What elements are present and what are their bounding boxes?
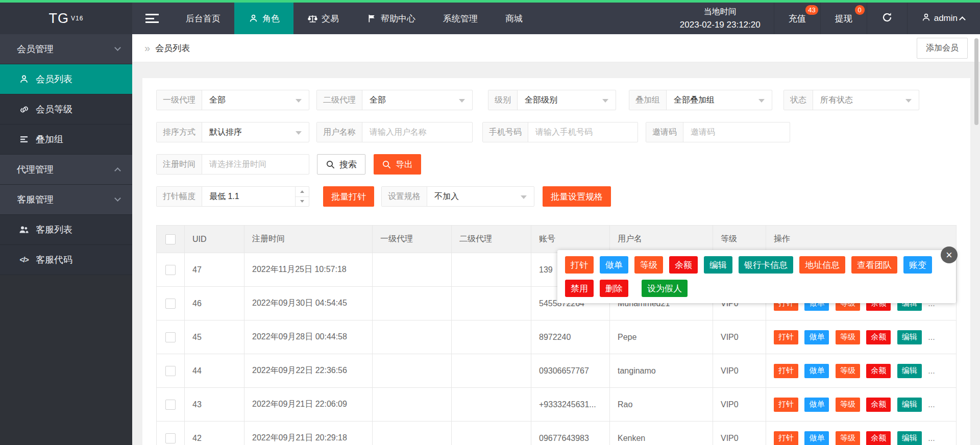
recharge-badge: 43	[805, 5, 818, 15]
agent2-value[interactable]: 全部	[362, 90, 472, 110]
refresh-button[interactable]	[867, 3, 907, 34]
row-checkbox[interactable]	[165, 332, 176, 342]
popup-action-button[interactable]: 银行卡信息	[739, 256, 793, 274]
sidebar-item-stack-group[interactable]: 叠加组	[0, 125, 132, 155]
withdraw-button[interactable]: 提现 0	[820, 3, 867, 34]
row-checkbox[interactable]	[165, 433, 176, 443]
popup-action-button[interactable]: 打针	[565, 256, 594, 274]
level-action-button[interactable]: 等级	[836, 364, 860, 378]
admin-user-icon	[922, 13, 930, 24]
phone-input[interactable]: 请输入手机号码	[528, 122, 638, 142]
sidebar-item-service-management[interactable]: 客服管理	[0, 185, 132, 215]
balance-action-button[interactable]: 余额	[866, 330, 891, 344]
nav-home[interactable]: 后台首页	[172, 3, 234, 34]
edit-action-button[interactable]: 编辑	[897, 398, 922, 412]
withdraw-badge: 0	[855, 5, 865, 15]
stepper-up-button[interactable]	[296, 187, 309, 197]
row-checkbox[interactable]	[165, 400, 176, 410]
sidebar-item-member-level[interactable]: 会员等级	[0, 94, 132, 125]
order-action-button[interactable]: 做单	[804, 330, 829, 344]
popup-action-button[interactable]: 查看团队	[851, 256, 897, 274]
balance-action-button[interactable]: 余额	[866, 364, 891, 378]
popup-action-button[interactable]: 做单	[600, 256, 628, 274]
export-button[interactable]: 导出	[374, 154, 421, 175]
popup-action-button[interactable]: 禁用	[565, 280, 594, 297]
users-icon	[19, 225, 29, 234]
inject-action-button[interactable]: 打针	[774, 364, 798, 378]
recharge-button[interactable]: 充值 43	[774, 3, 820, 34]
row-checkbox[interactable]	[165, 265, 176, 275]
nav-mall[interactable]: 商城	[492, 3, 536, 34]
sidebar-item-member-management[interactable]: 会员管理	[0, 34, 132, 64]
nav-trade[interactable]: 交易	[293, 3, 353, 34]
order-action-button[interactable]: 做单	[804, 431, 829, 445]
sidebar-item-label: 客服代码	[36, 254, 72, 266]
spec-value[interactable]: 不加入	[427, 187, 534, 206]
edit-action-button[interactable]: 编辑	[897, 330, 922, 344]
balance-action-button[interactable]: 余额	[866, 398, 891, 412]
level-select: 级别 全部级别	[488, 90, 616, 110]
level-action-button[interactable]: 等级	[836, 431, 860, 445]
nav-help[interactable]: 帮助中心	[353, 3, 429, 34]
chevron-down-icon	[905, 99, 912, 106]
order-action-button[interactable]: 做单	[804, 364, 829, 378]
sidebar-item-service-code[interactable]: </> 客服代码	[0, 245, 132, 275]
user-menu[interactable]: admin	[907, 3, 980, 34]
sidebar-item-service-list[interactable]: 客服列表	[0, 215, 132, 245]
cell-level: VIP0	[713, 320, 766, 354]
status-value[interactable]: 所有状态	[813, 90, 919, 110]
search-button[interactable]: 搜索	[317, 154, 365, 175]
sidebar-item-agent-management[interactable]: 代理管理	[0, 155, 132, 185]
breadcrumb-caret-icon: »	[144, 42, 150, 54]
add-member-button[interactable]: 添加会员	[917, 38, 968, 59]
stepper-down-button[interactable]	[296, 197, 309, 207]
search-icon	[326, 160, 335, 169]
invite-input[interactable]: 邀请码	[683, 122, 790, 142]
batch-inject-button[interactable]: 批量打针	[323, 186, 374, 207]
sort-value[interactable]: 默认排序	[202, 122, 309, 142]
sidebar-item-member-list[interactable]: 会员列表	[0, 64, 132, 94]
username-label: admin	[934, 13, 958, 23]
scrollbar-thumb[interactable]	[974, 38, 978, 125]
nav-system[interactable]: 系统管理	[429, 3, 492, 34]
order-action-button[interactable]: 做单	[804, 398, 829, 412]
popup-action-button[interactable]: 余额	[669, 256, 698, 274]
regtime-input[interactable]: 请选择注册时间	[202, 155, 309, 174]
inject-range-input[interactable]: 最低 1.1	[202, 187, 295, 206]
edit-action-button[interactable]: 编辑	[897, 364, 922, 378]
agent1-value[interactable]: 全部	[202, 90, 309, 110]
popup-action-button[interactable]: 账变	[903, 256, 932, 274]
row-checkbox[interactable]	[165, 366, 176, 376]
level-value[interactable]: 全部级别	[518, 90, 616, 110]
group-value[interactable]: 全部叠加组	[667, 90, 772, 110]
balance-action-button[interactable]: 余额	[866, 431, 891, 445]
inject-action-button[interactable]: 打针	[774, 431, 798, 445]
popup-action-button[interactable]: 地址信息	[799, 256, 845, 274]
close-icon[interactable]: ×	[941, 246, 958, 263]
popup-action-button[interactable]: 删除	[600, 280, 628, 297]
level-action-button[interactable]: 等级	[836, 398, 860, 412]
username-input[interactable]: 请输入用户名称	[362, 122, 472, 142]
level-action-button[interactable]: 等级	[836, 330, 860, 344]
status-selected: 所有状态	[820, 95, 853, 106]
select-all-checkbox[interactable]	[165, 234, 176, 244]
cell-level: VIP0	[713, 388, 766, 422]
column-header-agent1: 一级代理	[373, 226, 452, 253]
cell-username: Rao	[610, 388, 713, 422]
cell-regtime: 2022年09月21日 22:06:09	[244, 388, 373, 422]
menu-toggle-icon[interactable]	[132, 3, 172, 34]
popup-action-button[interactable]: 设为假人	[642, 280, 688, 297]
phone-field-label: 手机号码	[483, 122, 528, 142]
popup-action-button[interactable]: 等级	[634, 256, 663, 274]
agent2-selected: 全部	[370, 95, 386, 106]
nav-roles[interactable]: 角色	[234, 3, 293, 34]
batch-spec-button[interactable]: 批量设置规格	[543, 186, 611, 207]
popup-action-button[interactable]: 编辑	[704, 256, 732, 274]
inject-action-button[interactable]: 打针	[774, 398, 798, 412]
inject-action-button[interactable]: 打针	[774, 330, 798, 344]
cell-actions: 打针 做单 等级 余额 编辑 ...	[766, 422, 957, 445]
number-stepper	[295, 187, 309, 206]
edit-action-button[interactable]: 编辑	[897, 431, 922, 445]
row-checkbox[interactable]	[165, 299, 176, 309]
cell-agent1	[373, 354, 452, 388]
